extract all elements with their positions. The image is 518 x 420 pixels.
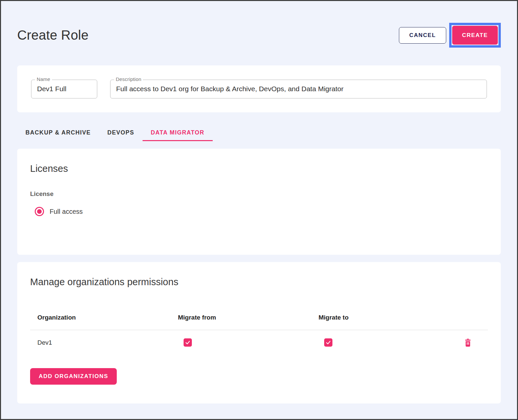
license-group-label: License bbox=[30, 190, 488, 198]
migrate-to-checkbox[interactable] bbox=[324, 338, 332, 347]
name-field-value: Dev1 Full bbox=[37, 85, 66, 93]
organizations-table-header: Organization Migrate from Migrate to bbox=[30, 309, 488, 330]
header-actions: CANCEL CREATE bbox=[399, 23, 501, 48]
license-option-label: Full access bbox=[50, 208, 83, 215]
description-field-label: Description bbox=[114, 76, 143, 82]
column-header-migrate-from: Migrate from bbox=[178, 314, 319, 321]
organizations-heading: Manage organizations permissions bbox=[30, 277, 488, 287]
trash-icon bbox=[464, 338, 472, 347]
radio-dot bbox=[37, 209, 42, 214]
organizations-table: Organization Migrate from Migrate to Dev… bbox=[30, 309, 488, 355]
description-field-value: Full access to Dev1 org for Backup & Arc… bbox=[116, 85, 343, 93]
cancel-button[interactable]: CANCEL bbox=[399, 27, 446, 44]
tab-devops[interactable]: DEVOPS bbox=[99, 125, 142, 141]
licenses-heading: Licenses bbox=[30, 163, 488, 174]
check-icon bbox=[185, 340, 191, 345]
license-option-full-access[interactable]: Full access bbox=[35, 207, 488, 216]
page-title: Create Role bbox=[17, 28, 89, 43]
migrate-to-cell bbox=[319, 338, 448, 347]
check-icon bbox=[325, 340, 331, 345]
organizations-permissions-card: Manage organizations permissions Organiz… bbox=[17, 262, 501, 403]
create-role-page: Create Role CANCEL CREATE Name Dev1 Full… bbox=[1, 23, 517, 403]
migrate-from-cell bbox=[178, 338, 319, 347]
name-field[interactable]: Name Dev1 Full bbox=[31, 80, 97, 98]
page-header: Create Role CANCEL CREATE bbox=[17, 23, 501, 48]
description-field[interactable]: Description Full access to Dev1 org for … bbox=[110, 80, 487, 98]
add-organizations-button[interactable]: ADD ORGANIZATIONS bbox=[30, 368, 117, 385]
column-header-actions bbox=[448, 314, 488, 321]
migrate-from-checkbox[interactable] bbox=[184, 338, 192, 347]
row-actions-cell bbox=[448, 338, 488, 347]
column-header-migrate-to: Migrate to bbox=[319, 314, 448, 321]
radio-selected-icon[interactable] bbox=[35, 207, 44, 216]
service-tabs: BACKUP & ARCHIVE DEVOPS DATA MIGRATOR bbox=[17, 125, 501, 141]
name-field-label: Name bbox=[35, 76, 52, 82]
organization-name: Dev1 bbox=[30, 339, 178, 346]
tab-backup-and-archive[interactable]: BACKUP & ARCHIVE bbox=[17, 125, 99, 141]
delete-row-button[interactable] bbox=[464, 338, 472, 347]
role-details-card: Name Dev1 Full Description Full access t… bbox=[17, 65, 501, 112]
create-button[interactable]: CREATE bbox=[452, 26, 498, 45]
tab-data-migrator[interactable]: DATA MIGRATOR bbox=[143, 125, 213, 141]
licenses-card: Licenses License Full access bbox=[17, 149, 501, 255]
create-button-focus-highlight: CREATE bbox=[449, 23, 501, 48]
table-row: Dev1 bbox=[30, 330, 488, 355]
column-header-organization: Organization bbox=[30, 314, 178, 321]
